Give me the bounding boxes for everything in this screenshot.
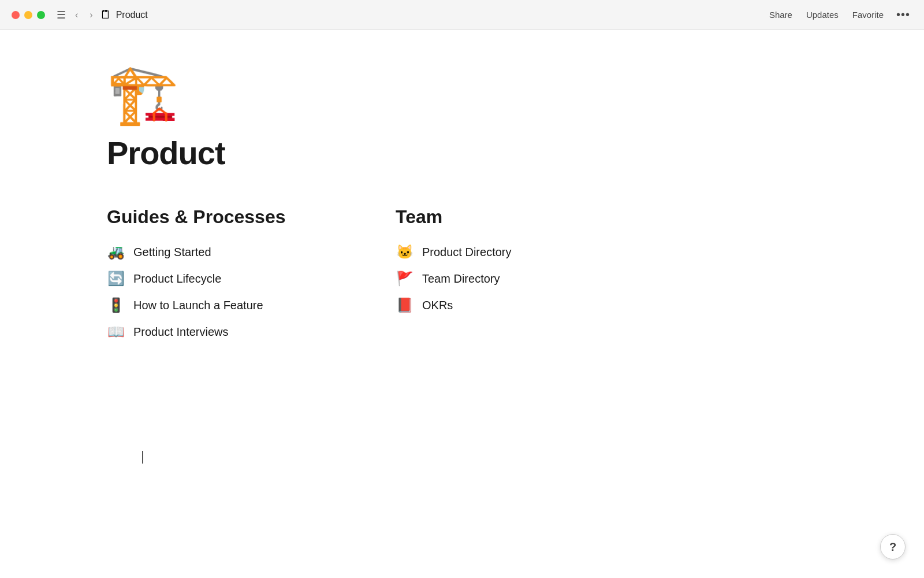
list-item[interactable]: 🔄 Product Lifecycle (107, 271, 326, 287)
launch-feature-icon: 🚦 (107, 297, 125, 313)
product-interviews-label: Product Interviews (133, 325, 229, 339)
titlebar-doc: 🗒 Product (100, 8, 148, 21)
doc-title: Product (116, 10, 148, 20)
getting-started-label: Getting Started (133, 246, 211, 259)
okrs-icon: 📕 (396, 297, 414, 313)
favorite-button[interactable]: Favorite (851, 8, 885, 22)
guides-column: Guides & Processes 🚜 Getting Started 🔄 P… (107, 206, 326, 340)
product-directory-label: Product Directory (422, 246, 512, 259)
product-interviews-icon: 📖 (107, 324, 125, 340)
launch-feature-label: How to Launch a Feature (133, 299, 263, 312)
maximize-button[interactable] (37, 11, 45, 19)
list-item[interactable]: 🚩 Team Directory (396, 271, 615, 287)
product-directory-icon: 🐱 (396, 244, 414, 260)
team-heading: Team (396, 206, 615, 228)
share-button[interactable]: Share (768, 8, 793, 22)
page-emoji: 🏗️ (107, 65, 693, 123)
list-item[interactable]: 📕 OKRs (396, 297, 615, 313)
close-button[interactable] (12, 11, 20, 19)
doc-icon: 🗒 (100, 8, 111, 21)
list-item[interactable]: 📖 Product Interviews (107, 324, 326, 340)
more-button[interactable]: ••• (896, 8, 910, 21)
list-item[interactable]: 🚦 How to Launch a Feature (107, 297, 326, 313)
columns: Guides & Processes 🚜 Getting Started 🔄 P… (107, 206, 693, 340)
hamburger-icon[interactable]: ☰ (57, 9, 66, 21)
team-column: Team 🐱 Product Directory 🚩 Team Director… (396, 206, 615, 340)
product-lifecycle-label: Product Lifecycle (133, 272, 221, 286)
guides-list: 🚜 Getting Started 🔄 Product Lifecycle 🚦 … (107, 244, 326, 340)
back-button[interactable]: ‹ (73, 8, 80, 23)
traffic-lights (12, 11, 45, 19)
updates-button[interactable]: Updates (805, 8, 840, 22)
titlebar: ☰ ‹ › 🗒 Product Share Updates Favorite •… (0, 0, 924, 30)
team-list: 🐱 Product Directory 🚩 Team Directory 📕 O… (396, 244, 615, 313)
page-title: Product (107, 134, 693, 172)
minimize-button[interactable] (24, 11, 32, 19)
list-item[interactable]: 🚜 Getting Started (107, 244, 326, 260)
forward-button[interactable]: › (87, 8, 95, 23)
okrs-label: OKRs (422, 299, 453, 312)
guides-heading: Guides & Processes (107, 206, 326, 228)
help-button[interactable]: ? (880, 534, 906, 560)
team-directory-label: Team Directory (422, 272, 500, 286)
product-lifecycle-icon: 🔄 (107, 271, 125, 287)
titlebar-right: Share Updates Favorite ••• (768, 8, 910, 22)
getting-started-icon: 🚜 (107, 244, 125, 260)
team-directory-icon: 🚩 (396, 271, 414, 287)
list-item[interactable]: 🐱 Product Directory (396, 244, 615, 260)
text-cursor (142, 451, 143, 464)
titlebar-controls: ☰ ‹ › (57, 8, 95, 23)
main-content: 🏗️ Product Guides & Processes 🚜 Getting … (0, 30, 693, 340)
